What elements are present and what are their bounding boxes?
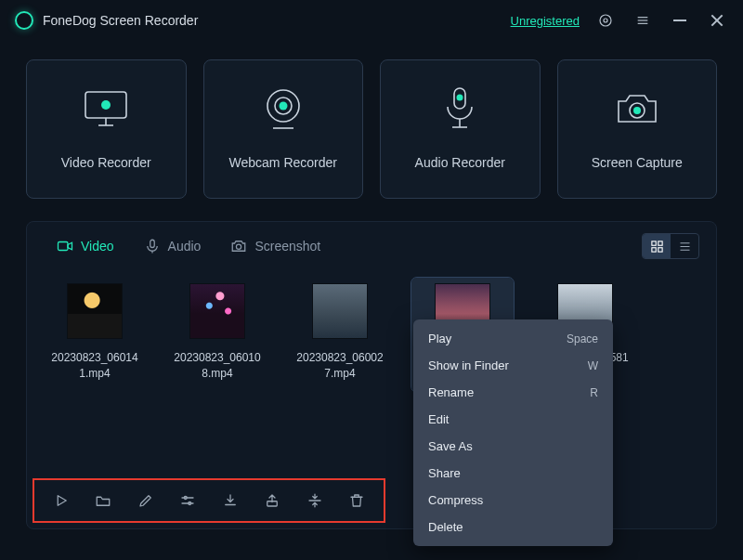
menu-item-edit[interactable]: Edit xyxy=(413,406,613,433)
svg-rect-23 xyxy=(651,241,655,244)
filter-audio[interactable]: Audio xyxy=(131,232,215,260)
trash-icon xyxy=(348,492,365,509)
compress-action[interactable] xyxy=(297,484,332,517)
title-bar: FoneDog Screen Recorder Unregistered xyxy=(0,0,743,41)
thumbnail-name: 20230823_060141.mp4 xyxy=(47,350,142,383)
share-icon xyxy=(264,492,280,509)
screenshot-filter-icon xyxy=(230,238,247,254)
thumbnail-name: 20230823_060108.mp4 xyxy=(170,350,265,383)
thumbnail-preview xyxy=(189,283,245,339)
folder-icon xyxy=(95,492,111,509)
minimize-button[interactable] xyxy=(669,9,691,32)
thumbnail-item[interactable]: 20230823_060141.mp4 xyxy=(44,278,146,392)
pencil-icon xyxy=(137,492,154,509)
delete-action[interactable] xyxy=(340,484,375,517)
video-recorder-label: Video Recorder xyxy=(61,155,151,170)
video-filter-icon xyxy=(57,238,73,254)
action-bar xyxy=(33,478,385,523)
svg-rect-20 xyxy=(150,240,154,247)
download-icon xyxy=(222,492,239,509)
filter-audio-label: Audio xyxy=(168,239,202,254)
menu-item-label: Share xyxy=(428,466,461,480)
menu-item-delete[interactable]: Delete xyxy=(413,514,613,540)
svg-rect-26 xyxy=(658,247,661,251)
filter-video[interactable]: Video xyxy=(44,232,127,260)
svg-point-11 xyxy=(279,102,287,111)
mode-row: Video Recorder Webcam Recorder Audio Rec… xyxy=(0,41,743,221)
monitor-icon xyxy=(80,88,132,129)
compress-icon xyxy=(306,492,323,509)
play-icon xyxy=(53,492,70,509)
screen-capture-label: Screen Capture xyxy=(592,155,683,170)
svg-point-0 xyxy=(604,19,607,22)
close-button[interactable] xyxy=(706,9,728,32)
menu-item-rename[interactable]: Rename R xyxy=(413,379,613,406)
menu-item-label: Edit xyxy=(428,412,449,426)
menu-item-show-in-finder[interactable]: Show in Finder W xyxy=(413,352,613,379)
webcam-recorder-card[interactable]: Webcam Recorder xyxy=(203,59,364,199)
list-icon xyxy=(678,240,692,254)
video-recorder-card[interactable]: Video Recorder xyxy=(26,59,187,199)
microphone-icon xyxy=(442,88,477,129)
sliders-icon xyxy=(179,492,196,509)
screen-capture-card[interactable]: Screen Capture xyxy=(557,59,718,199)
thumbnail-preview xyxy=(312,283,368,339)
svg-point-1 xyxy=(600,15,611,26)
svg-point-8 xyxy=(101,100,111,110)
menu-icon[interactable] xyxy=(632,9,654,32)
menu-item-compress[interactable]: Compress xyxy=(413,487,613,514)
list-view-button[interactable] xyxy=(671,234,698,258)
share-action[interactable] xyxy=(255,484,291,517)
filter-screenshot[interactable]: Screenshot xyxy=(217,232,333,260)
menu-item-save-as[interactable]: Save As xyxy=(413,433,613,460)
thumbnail-item[interactable]: 20230823_060108.mp4 xyxy=(166,278,268,392)
svg-marker-30 xyxy=(58,496,66,506)
thumbnail-item[interactable]: 20230823_060027.mp4 xyxy=(289,278,391,392)
play-action[interactable] xyxy=(44,484,79,517)
svg-rect-25 xyxy=(651,247,655,251)
svg-rect-19 xyxy=(59,242,69,251)
menu-item-play[interactable]: Play Space xyxy=(413,325,613,352)
grid-icon xyxy=(650,240,664,254)
menu-item-label: Save As xyxy=(428,439,473,453)
menu-item-shortcut: Space xyxy=(567,332,598,345)
svg-point-18 xyxy=(633,107,641,114)
menu-item-label: Show in Finder xyxy=(428,358,509,372)
thumbnail-name: 20230823_060027.mp4 xyxy=(293,350,387,383)
audio-recorder-label: Audio Recorder xyxy=(415,155,505,170)
svg-rect-24 xyxy=(658,241,661,244)
open-folder-action[interactable] xyxy=(86,484,122,517)
menu-item-label: Compress xyxy=(428,493,483,507)
audio-filter-icon xyxy=(144,238,161,254)
menu-item-label: Play xyxy=(428,332,451,345)
context-menu: Play Space Show in Finder W Rename R Edi… xyxy=(413,319,613,546)
app-logo-icon xyxy=(15,11,33,30)
thumbnail-preview xyxy=(67,283,123,339)
library-panel: Video Audio Screenshot 20230823_060141.m… xyxy=(26,221,717,529)
menu-item-shortcut: W xyxy=(588,359,598,372)
filter-bar: Video Audio Screenshot xyxy=(27,222,716,270)
audio-recorder-card[interactable]: Audio Recorder xyxy=(380,59,541,199)
gear-icon[interactable] xyxy=(594,9,617,32)
menu-item-shortcut: R xyxy=(590,386,598,399)
grid-view-button[interactable] xyxy=(643,234,671,258)
unregistered-link[interactable]: Unregistered xyxy=(511,14,580,28)
app-title: FoneDog Screen Recorder xyxy=(43,13,198,28)
view-toggle xyxy=(642,233,699,259)
webcam-icon xyxy=(260,88,306,129)
filter-video-label: Video xyxy=(81,239,114,254)
webcam-recorder-label: Webcam Recorder xyxy=(229,155,337,170)
menu-item-label: Rename xyxy=(428,385,474,399)
settings-action[interactable] xyxy=(171,484,206,517)
svg-point-22 xyxy=(237,244,241,249)
edit-action[interactable] xyxy=(128,484,163,517)
menu-item-share[interactable]: Share xyxy=(413,460,613,487)
svg-point-16 xyxy=(457,95,463,101)
filter-screenshot-label: Screenshot xyxy=(254,239,320,254)
menu-item-label: Delete xyxy=(428,520,463,534)
camera-icon xyxy=(613,88,661,129)
save-action[interactable] xyxy=(213,484,248,517)
